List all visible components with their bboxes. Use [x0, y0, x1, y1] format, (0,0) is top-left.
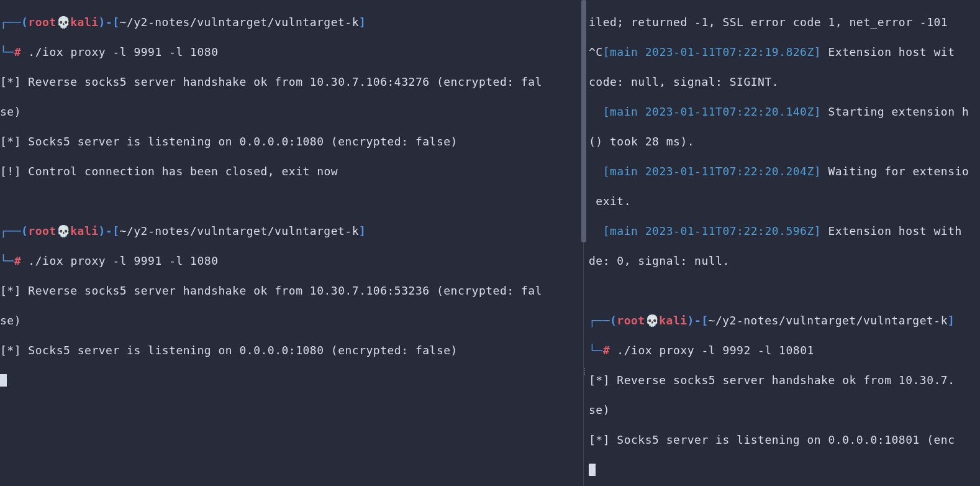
prompt-symbol: # — [603, 344, 610, 357]
output-line: [*] Socks5 server is listening on 0.0.0.… — [589, 433, 980, 447]
prompt-symbol: # — [14, 45, 21, 58]
prompt-sep: )-[ — [99, 16, 120, 29]
output-line: Extension host wit — [821, 45, 955, 58]
log-timestamp: [main 2023-01-11T07:22:20.204Z] — [603, 165, 821, 178]
blank-line — [0, 403, 583, 418]
prompt-user-host: root💀kali — [28, 16, 98, 29]
terminal-pane-left[interactable]: ┌──(root💀kali)-[~/y2-notes/vulntarget/vu… — [0, 0, 584, 486]
output-line — [589, 224, 603, 237]
scrollbar[interactable] — [581, 0, 586, 242]
prompt-path: ~/y2-notes/vulntarget/vulntarget-k — [120, 16, 359, 29]
prompt-path: ~/y2-notes/vulntarget/vulntarget-k — [120, 224, 359, 237]
prompt-close: ] — [359, 224, 366, 237]
output-line — [589, 165, 603, 178]
blank-line — [589, 283, 980, 298]
output-line: [*] Socks5 server is listening on 0.0.0.… — [0, 134, 583, 149]
terminal-pane-right[interactable]: iled; returned -1, SSL error code 1, net… — [584, 0, 980, 486]
blank-line — [0, 462, 583, 477]
output-line: de: 0, signal: null. — [589, 254, 980, 268]
output-line: exit. — [589, 194, 980, 209]
output-line: [*] Reverse socks5 server handshake ok f… — [0, 75, 583, 89]
output-line: [*] Socks5 server is listening on 0.0.0.… — [0, 343, 583, 358]
prompt-symbol: # — [14, 254, 21, 267]
output-line: se) — [0, 104, 583, 119]
command-text: ./iox proxy -l 9992 -l 10801 — [610, 344, 814, 357]
output-line — [589, 105, 603, 118]
output-line: code: null, signal: SIGINT. — [589, 75, 980, 89]
command-text: ./iox proxy -l 9991 -l 1080 — [21, 45, 218, 58]
prompt-sep: )-[ — [99, 224, 120, 237]
cursor-icon — [0, 374, 7, 387]
prompt-branch: └─ — [0, 254, 14, 267]
prompt-branch: ┌──( — [0, 16, 28, 29]
prompt-branch: └─ — [0, 45, 14, 58]
output-line: () took 28 ms). — [589, 134, 980, 149]
command-text: ./iox proxy -l 9991 -l 1080 — [21, 254, 218, 267]
cursor-line — [0, 373, 583, 388]
output-line: [*] Reverse socks5 server handshake ok f… — [0, 283, 583, 298]
blank-line — [0, 194, 583, 209]
cursor-icon — [589, 464, 596, 476]
prompt-path: ~/y2-notes/vulntarget/vulntarget-k — [709, 314, 948, 327]
output-line: Waiting for extensio — [821, 165, 969, 178]
output-line: Extension host with — [821, 224, 962, 237]
prompt-branch: ┌──( — [0, 224, 28, 237]
cursor-line — [589, 462, 980, 477]
output-line: iled; returned -1, SSL error code 1, net… — [589, 15, 980, 30]
output-line: [*] Reverse socks5 server handshake ok f… — [589, 373, 980, 388]
output-line: Starting extension h — [821, 105, 969, 118]
prompt-close: ] — [359, 16, 366, 29]
prompt-branch: ┌──( — [589, 314, 617, 327]
prompt-close: ] — [948, 314, 955, 327]
output-line: [!] Control connection has been closed, … — [0, 164, 583, 179]
output-line: se) — [0, 313, 583, 328]
output-line: se) — [589, 403, 980, 418]
blank-line — [0, 433, 583, 447]
prompt-sep: )-[ — [687, 314, 709, 327]
prompt-branch: └─ — [589, 344, 603, 357]
log-timestamp: [main 2023-01-11T07:22:19.826Z] — [603, 45, 821, 58]
prompt-user-host: root💀kali — [617, 314, 687, 327]
prompt-user-host: root💀kali — [28, 224, 98, 237]
log-timestamp: [main 2023-01-11T07:22:20.596Z] — [603, 224, 821, 237]
log-timestamp: [main 2023-01-11T07:22:20.140Z] — [603, 105, 821, 118]
pane-divider-icon[interactable] — [584, 368, 586, 375]
output-line: ^C — [589, 45, 603, 58]
